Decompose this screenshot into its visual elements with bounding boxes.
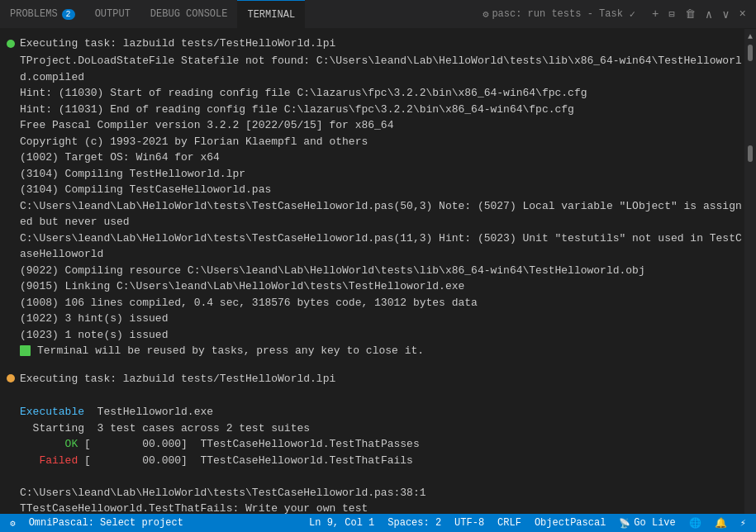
tab-terminal[interactable]: TERMINAL (237, 0, 305, 28)
line-1-close: Terminal will be reused by tasks, press … (0, 343, 756, 359)
checkmark-icon[interactable]: ✓ (630, 8, 635, 21)
encoding-indicator[interactable]: UTF-8 (448, 514, 491, 532)
split-terminal-button[interactable]: ⊟ (665, 7, 678, 22)
go-live-label: Go Live (634, 517, 675, 529)
line-2-blank2 (0, 468, 756, 485)
line-1-1: TProject.DoLoadStateFile Statefile not f… (0, 53, 756, 85)
spaces-indicator[interactable]: Spaces: 2 (381, 514, 448, 532)
select-project-label: OmniPascal: Select project (29, 517, 183, 529)
tab-problems-label: PROBLEMS (10, 8, 58, 20)
line-2-ok1: OK [ 00.000] TTestCaseHelloworld.TestTha… (0, 436, 756, 453)
line-1-6: (1002) Target OS: Win64 for x64 (0, 150, 756, 166)
task-label-text: pasc: run tests - Task (492, 8, 622, 20)
section-1-dot (7, 40, 15, 48)
line-2-starting: Starting 3 test cases across 2 test suit… (0, 420, 756, 437)
line-1-12: (9015) Linking C:\Users\leand\Lab\HelloW… (0, 278, 756, 295)
feedback-button[interactable]: ⚡ (734, 514, 753, 532)
section-2-executing-text: Executing task: lazbuild tests/TestHello… (20, 373, 335, 385)
language-indicator[interactable]: ObjectPascal (528, 514, 612, 532)
terminal-container: Executing task: lazbuild tests/TestHello… (0, 29, 756, 514)
tab-problems[interactable]: PROBLEMS 2 (0, 0, 85, 28)
line-1-3: Hint: (11031) End of reading config file… (0, 102, 756, 118)
add-terminal-button[interactable]: + (649, 6, 662, 22)
live-icon: 📡 (619, 518, 630, 529)
problems-badge: 2 (62, 9, 75, 20)
gear-icon: ⚙ (483, 8, 488, 21)
go-live-button[interactable]: 📡 Go Live (612, 514, 682, 532)
line-1-4: Free Pascal Compiler version 3.2.2 [2022… (0, 117, 756, 134)
feedback-icon: ⚡ (740, 517, 746, 530)
toolbar-buttons: + ⊟ 🗑 ∧ ∨ × (642, 6, 756, 23)
line-1-15: (1023) 1 note(s) issued (0, 327, 756, 344)
close-panel-button[interactable]: × (736, 6, 749, 22)
globe-button[interactable]: 🌐 (682, 514, 708, 532)
tab-debug-console-label: DEBUG CONSOLE (150, 8, 228, 20)
line-1-11: (9022) Compiling resource C:\Users\leand… (0, 263, 756, 279)
status-bar: ⚙ OmniPascal: Select project Ln 9, Col 1… (0, 514, 756, 532)
notifications-button[interactable]: 🔔 (708, 514, 734, 532)
tab-terminal-label: TERMINAL (247, 9, 295, 21)
position-text: Ln 9, Col 1 (309, 517, 374, 529)
line-2-testfails: TTestCaseHelloworld.TestThatFails: Write… (0, 501, 756, 514)
line-2-blank1 (0, 388, 756, 405)
line-1-7: (3104) Compiling TestHelloworld.lpr (0, 166, 756, 183)
tab-output-label: OUTPUT (95, 8, 131, 20)
delete-terminal-button[interactable]: 🗑 (682, 7, 699, 22)
scroll-indicator-2 (748, 145, 753, 162)
branch-icon: ⚙ (10, 518, 16, 529)
tab-output[interactable]: OUTPUT (85, 0, 140, 28)
scroll-indicator-1 (748, 45, 753, 61)
right-panel: ▲ (744, 29, 756, 514)
section-1: Executing task: lazbuild tests/TestHello… (0, 32, 756, 361)
close-square-icon (20, 345, 31, 356)
line-2-filepath: C:\Users\leand\Lab\HelloWorld\tests\Test… (0, 485, 756, 501)
section-2-header: Executing task: lazbuild tests/TestHello… (0, 369, 756, 388)
tab-debug-console[interactable]: DEBUG CONSOLE (140, 0, 238, 28)
bell-icon: 🔔 (715, 517, 727, 530)
line-1-13: (1008) 106 lines compiled, 0.4 sec, 3185… (0, 295, 756, 311)
select-project-button[interactable]: OmniPascal: Select project (22, 514, 190, 532)
minimize-button[interactable]: ∨ (719, 6, 732, 23)
line-1-5: Copyright (c) 1993-2021 by Florian Klaem… (0, 134, 756, 150)
line-1-14: (1022) 3 hint(s) issued (0, 311, 756, 327)
scroll-top-button[interactable]: ▲ (746, 31, 754, 43)
encoding-text: UTF-8 (454, 517, 484, 529)
section-2: Executing task: lazbuild tests/TestHello… (0, 368, 756, 515)
line-1-close-text: Terminal will be reused by tasks, press … (37, 343, 424, 359)
section-1-executing-text: Executing task: lazbuild tests/TestHello… (20, 37, 335, 50)
section-2-dot (7, 374, 15, 382)
globe-icon: 🌐 (689, 517, 701, 530)
section-1-header: Executing task: lazbuild tests/TestHello… (0, 34, 756, 53)
line-2-executable: Executable TestHelloworld.exe (0, 404, 756, 420)
language-text: ObjectPascal (535, 517, 606, 529)
maximize-button[interactable]: ∧ (702, 6, 716, 23)
line-1-10: C:\Users\leand\Lab\HelloWorld\tests\Test… (0, 230, 756, 263)
line-1-8: (3104) Compiling TestCaseHelloworld.pas (0, 182, 756, 198)
spaces-text: Spaces: 2 (388, 517, 441, 529)
line-ending-text: CRLF (497, 517, 521, 529)
line-ending-indicator[interactable]: CRLF (491, 514, 528, 532)
line-1-9: C:\Users\leand\Lab\HelloWorld\tests\Test… (0, 198, 756, 230)
source-control-button[interactable]: ⚙ (3, 514, 22, 532)
position-indicator[interactable]: Ln 9, Col 1 (302, 514, 381, 532)
line-2-failed: Failed [ 00.000] TTestCaseHelloworld.Tes… (0, 453, 756, 469)
tab-bar: PROBLEMS 2 OUTPUT DEBUG CONSOLE TERMINAL… (0, 0, 756, 29)
line-1-2: Hint: (11030) Start of reading config fi… (0, 85, 756, 102)
task-label: ⚙ pasc: run tests - Task ✓ (476, 8, 642, 21)
